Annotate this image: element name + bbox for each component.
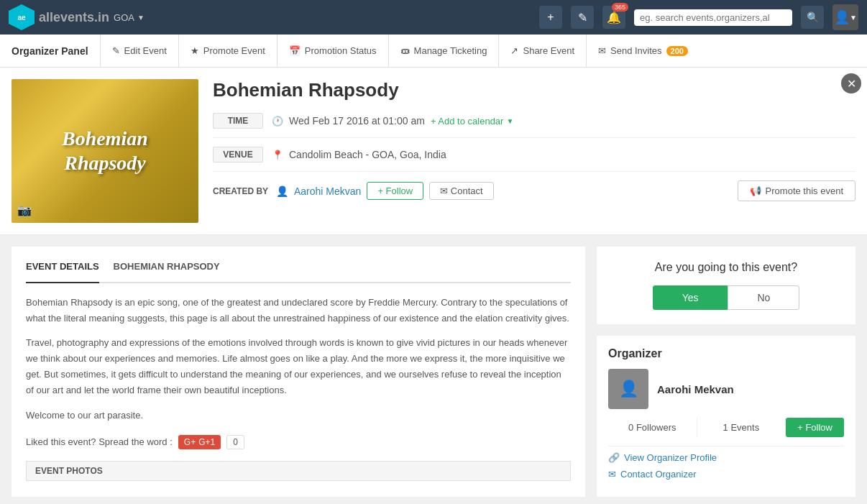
gplus-icon: G+ xyxy=(184,437,196,447)
nav-promote-event[interactable]: ★ Promote Event xyxy=(178,35,277,68)
invites-badge: 200 xyxy=(666,46,688,56)
followers-stat: 0 Followers xyxy=(608,418,697,437)
location-button[interactable]: GOA ▼ xyxy=(114,12,144,23)
location-icon: 📍 xyxy=(272,150,283,160)
promote-event-label: Promote Event xyxy=(203,45,265,56)
lower-section: EVENT DETAILS BOHEMIAN RHAPSODY Bohemian… xyxy=(0,235,867,504)
star-icon: ★ xyxy=(191,45,199,56)
logo-icon: ae xyxy=(9,4,35,30)
going-card: Are you going to this event? Yes No xyxy=(597,247,855,324)
event-body-tabs: EVENT DETAILS BOHEMIAN RHAPSODY xyxy=(26,261,571,283)
contact-organizer-link[interactable]: ✉ Contact Organizer xyxy=(608,469,844,480)
tab-bohemian-rhapsody[interactable]: BOHEMIAN RHAPSODY xyxy=(114,261,220,276)
gplus-button[interactable]: G+ G+1 xyxy=(178,435,221,449)
body-para-1: Bohemian Rhapsody is an epic song, one o… xyxy=(26,295,571,326)
share-icon: ↗ xyxy=(510,45,518,56)
created-by-label: CREATED BY xyxy=(213,186,270,196)
contact-button[interactable]: ✉ Contact xyxy=(429,182,493,200)
view-organizer-profile-link[interactable]: 🔗 View Organizer Profile xyxy=(608,452,844,463)
divider xyxy=(608,446,844,446)
time-label: TIME xyxy=(213,113,263,129)
event-card: ✕ Bohemian Rhapsody 📷 Bohemian Rhapsody … xyxy=(0,68,867,235)
mail-icon: ✉ xyxy=(598,45,606,56)
follow-button[interactable]: + Follow xyxy=(367,182,423,200)
tab-event-details[interactable]: EVENT DETAILS xyxy=(26,261,99,283)
search-button[interactable]: 🔍 xyxy=(801,6,824,29)
camera-icon: 📷 xyxy=(17,203,32,217)
event-body: EVENT DETAILS BOHEMIAN RHAPSODY Bohemian… xyxy=(12,247,585,497)
gplus-count: 0 xyxy=(226,435,244,449)
manage-ticketing-label: Manage Ticketing xyxy=(414,45,487,56)
event-image: Bohemian Rhapsody 📷 xyxy=(12,79,198,223)
nav-send-invites[interactable]: ✉ Send Invites 200 xyxy=(586,35,699,68)
event-header: Bohemian Rhapsody 📷 Bohemian Rhapsody TI… xyxy=(0,68,867,235)
megaphone-icon: 📢 xyxy=(750,185,761,196)
add-icon-button[interactable]: + xyxy=(539,6,562,29)
add-calendar-button[interactable]: + Add to calendar ▼ xyxy=(431,116,513,127)
organizer-card-title: Organizer xyxy=(608,347,844,360)
edit-event-label: Edit Event xyxy=(124,45,167,56)
send-invites-label: Send Invites xyxy=(610,45,662,56)
venue-value: 📍 Candolim Beach - GOA, Goa, India xyxy=(272,149,446,160)
event-photos-label: EVENT PHOTOS xyxy=(26,461,571,481)
time-row: TIME 🕐 Wed Feb 17 2016 at 01:00 am + Add… xyxy=(213,113,855,138)
promote-event-button[interactable]: 📢 Promote this event xyxy=(738,180,855,201)
nav-icons: + ✎ 🔔 365 🔍 👤 ▼ xyxy=(539,4,858,30)
creator-row: CREATED BY 👤 Aarohi Mekvan + Follow ✉ Co… xyxy=(213,180,855,201)
going-question: Are you going to this event? xyxy=(611,261,841,274)
gplus-label: G+1 xyxy=(198,437,215,447)
time-value: 🕐 Wed Feb 17 2016 at 01:00 am + Add to c… xyxy=(272,115,513,127)
organizer-stats: 0 Followers 1 Events + Follow xyxy=(608,418,844,437)
notification-badge: 365 xyxy=(612,3,628,12)
calendar-icon: 📅 xyxy=(289,45,301,56)
yes-button[interactable]: Yes xyxy=(653,285,728,310)
notification-button[interactable]: 🔔 365 xyxy=(602,6,625,29)
no-button[interactable]: No xyxy=(728,285,799,310)
share-event-label: Share Event xyxy=(523,45,574,56)
edit-icon: ✎ xyxy=(112,45,120,56)
venue-label: VENUE xyxy=(213,147,263,162)
sidebar: Are you going to this event? Yes No Orga… xyxy=(597,247,855,497)
close-button[interactable]: ✕ xyxy=(841,73,861,93)
logo-area: ae allevents.in GOA ▼ xyxy=(9,4,144,30)
org-follow-button[interactable]: + Follow xyxy=(786,418,844,437)
spread-word-section: Liked this event? Spread the word : G+ G… xyxy=(26,435,571,449)
events-stat: 1 Events xyxy=(697,418,786,437)
edit-icon-button[interactable]: ✎ xyxy=(571,6,594,29)
clock-icon: 🕐 xyxy=(272,116,283,127)
organizer-panel-title: Organizer Panel xyxy=(12,45,88,57)
user-icon: 👤 xyxy=(276,185,288,197)
event-details: Bohemian Rhapsody TIME 🕐 Wed Feb 17 2016… xyxy=(213,79,855,223)
nav-share-event[interactable]: ↗ Share Event xyxy=(498,35,586,68)
promotion-status-label: Promotion Status xyxy=(305,45,377,56)
nav-promotion-status[interactable]: 📅 Promotion Status xyxy=(277,35,388,68)
organizer-avatar: 👤 xyxy=(608,369,648,409)
organizer-card: Organizer 👤 Aarohi Mekvan 0 Followers 1 … xyxy=(597,336,855,497)
contact-icon: ✉ xyxy=(608,469,616,480)
event-image-text: Bohemian Rhapsody xyxy=(62,127,148,175)
top-nav: ae allevents.in GOA ▼ + ✎ 🔔 365 🔍 👤 ▼ xyxy=(0,0,867,35)
organizer-info: 👤 Aarohi Mekvan xyxy=(608,369,844,409)
body-para-2: Travel, photography and expressions of t… xyxy=(26,335,571,398)
spread-word-label: Liked this event? Spread the word : xyxy=(26,436,173,447)
nav-edit-event[interactable]: ✎ Edit Event xyxy=(100,35,178,68)
creator-name-link[interactable]: Aarohi Mekvan xyxy=(294,185,361,197)
organizer-bar: Organizer Panel ✎ Edit Event ★ Promote E… xyxy=(0,35,867,68)
main-content: ✕ Bohemian Rhapsody 📷 Bohemian Rhapsody … xyxy=(0,68,867,504)
organizer-name: Aarohi Mekvan xyxy=(657,383,734,395)
search-bar xyxy=(634,9,792,26)
search-input[interactable] xyxy=(640,12,769,23)
event-title: Bohemian Rhapsody xyxy=(213,79,855,101)
avatar-button[interactable]: 👤 ▼ xyxy=(832,4,858,30)
going-buttons: Yes No xyxy=(611,285,841,310)
nav-manage-ticketing[interactable]: 🎟 Manage Ticketing xyxy=(388,35,499,68)
venue-row: VENUE 📍 Candolim Beach - GOA, Goa, India xyxy=(213,147,855,172)
logo-text: allevents.in xyxy=(39,10,109,25)
body-para-3: Welcome to our art parasite. xyxy=(26,408,571,423)
ticket-icon: 🎟 xyxy=(400,45,410,56)
event-body-content: Bohemian Rhapsody is an epic song, one o… xyxy=(26,295,571,423)
link-icon: 🔗 xyxy=(608,452,620,463)
